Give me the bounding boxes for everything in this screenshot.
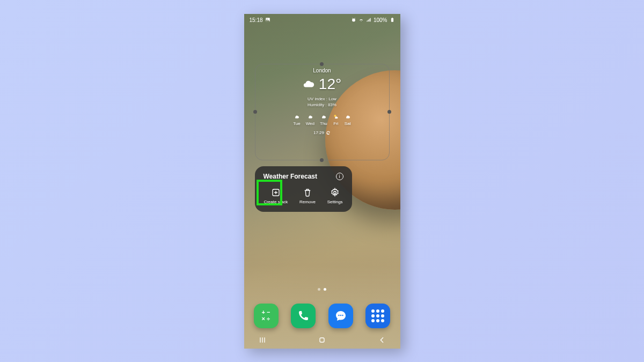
svg-rect-3 [391,18,393,22]
svg-point-9 [340,314,341,315]
gear-icon [330,188,340,197]
weather-forecast-row: Tue Wed Thu Fri Sat [293,113,351,126]
rain-icon [345,113,351,120]
rain-icon [307,113,313,120]
forecast-day: Thu [320,121,327,126]
info-icon[interactable]: i [336,173,343,180]
dock: +−×÷ [254,304,391,328]
svg-point-8 [338,314,339,315]
resize-handle-left[interactable] [253,110,257,114]
calculator-app-icon[interactable]: +−×÷ [254,304,279,328]
messages-app-icon[interactable] [328,304,353,328]
trash-icon [303,188,312,197]
resize-handle-right[interactable] [387,110,391,114]
settings-label: Settings [327,200,343,204]
svg-rect-4 [392,18,393,18]
resize-handle-bottom[interactable] [320,158,324,162]
svg-point-2 [352,19,355,22]
signal-icon [366,17,371,23]
settings-button[interactable]: Settings [326,186,344,206]
partly-cloudy-icon [333,113,339,120]
forecast-day: Tue [293,121,301,126]
alarm-icon [351,17,356,23]
resize-handle-top[interactable] [320,62,324,66]
remove-button[interactable]: Remove [298,186,317,206]
weather-humidity: Humidity : 83% [308,102,336,108]
page-indicator[interactable] [244,288,400,291]
forecast-day: Sat [345,121,351,126]
weather-uv: UV index : Low [308,96,336,102]
forecast-day: Fri [333,121,338,126]
rain-icon [294,113,300,120]
weather-update-time: 17:29 [313,130,324,135]
phone-app-icon[interactable] [291,304,316,328]
page-dot[interactable] [318,288,320,291]
home-button[interactable] [318,336,326,344]
context-menu-title: Weather Forecast [264,173,317,180]
create-stack-label: Create stack [264,200,288,204]
status-bar: 15:18 100% [250,17,395,23]
create-stack-button[interactable]: Create stack [262,186,289,206]
svg-point-1 [266,19,267,20]
forecast-day: Wed [306,121,314,126]
refresh-icon[interactable] [326,130,331,135]
battery-percent: 100% [374,17,387,23]
apps-drawer-icon[interactable] [365,304,390,328]
remove-label: Remove [299,200,316,204]
weather-temperature: 12° [319,76,341,93]
cloud-icon [303,78,314,90]
wifi-icon [358,17,364,23]
svg-point-10 [342,314,343,315]
weather-widget[interactable]: London 12° UV index : Low Humidity : 83%… [258,68,387,135]
rain-icon [320,113,327,120]
navigation-bar [258,336,386,344]
back-button[interactable] [378,336,386,344]
weather-city: London [313,68,331,73]
phone-screen: 15:18 100% London 12° UV index : Low Hum… [244,14,400,349]
widget-context-menu: Weather Forecast i Create stack Remove S… [255,166,352,212]
svg-point-7 [334,191,336,194]
create-stack-icon [271,188,281,197]
page-dot-active[interactable] [324,288,326,291]
status-time: 15:18 [250,17,263,23]
recents-button[interactable] [258,336,267,344]
battery-icon [390,17,395,23]
svg-rect-11 [320,338,324,342]
picture-icon [265,17,270,23]
